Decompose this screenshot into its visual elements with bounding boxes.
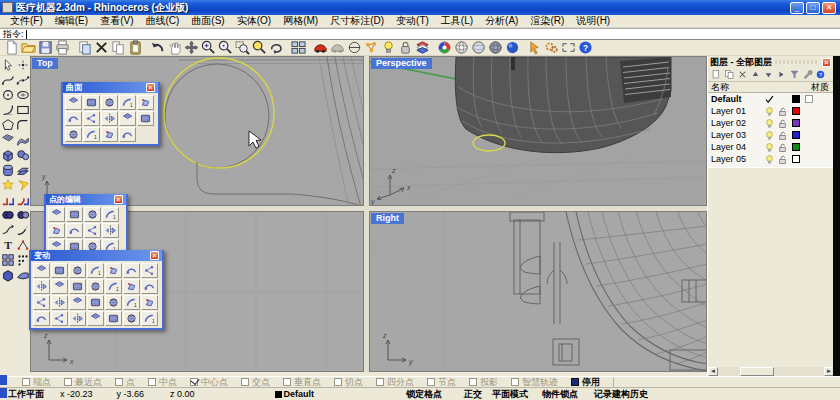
menu-item[interactable]: 变动(T): [390, 14, 435, 28]
rail-revolve-icon[interactable]: 1: [83, 127, 100, 142]
flow-along-curve-icon[interactable]: 1: [123, 295, 140, 310]
layer-color-swatch[interactable]: [789, 107, 802, 115]
array-along-curve-icon[interactable]: [87, 279, 104, 294]
osnap-checkbox[interactable]: [427, 378, 435, 386]
arc-icon[interactable]: [0, 102, 15, 117]
project-icon[interactable]: [69, 311, 86, 326]
print-icon[interactable]: [54, 40, 71, 55]
menu-item[interactable]: 查看(V): [94, 14, 139, 28]
osnap-checkbox[interactable]: [511, 378, 519, 386]
hide-car-icon[interactable]: [329, 40, 346, 55]
menu-item[interactable]: 网格(M): [277, 14, 324, 28]
menu-item[interactable]: 曲面(S): [185, 14, 230, 28]
close-icon[interactable]: ✕: [146, 83, 155, 92]
status-item-7[interactable]: 正交: [464, 388, 482, 400]
osnap-checkbox[interactable]: [571, 378, 579, 386]
move-icon[interactable]: [33, 263, 50, 278]
control-points-on-icon[interactable]: [48, 207, 65, 222]
surface-loft-icon[interactable]: [15, 132, 30, 147]
rebuild-icon[interactable]: [84, 223, 101, 238]
chamfer-icon[interactable]: [15, 192, 30, 207]
viewport-perspective-label[interactable]: Perspective: [371, 58, 432, 69]
menu-item[interactable]: 分析(A): [479, 14, 524, 28]
pan-view-icon[interactable]: [166, 40, 183, 55]
help-icon[interactable]: ?: [577, 40, 594, 55]
status-item-4[interactable]: z 0.00: [170, 389, 195, 399]
status-item-5[interactable]: Default: [275, 389, 315, 399]
delete-icon[interactable]: [93, 40, 110, 55]
solid-edit-icon[interactable]: [0, 267, 15, 282]
shear-icon[interactable]: [87, 295, 104, 310]
point-edit-palette[interactable]: 点的编辑 ✕ 11: [44, 194, 128, 258]
minimize-button[interactable]: _: [790, 2, 804, 14]
named-view-car-icon[interactable]: [312, 40, 329, 55]
menu-item[interactable]: 文件(F): [4, 14, 49, 28]
layer-visibility-icon[interactable]: [763, 118, 776, 129]
remap-cplane-icon[interactable]: [87, 311, 104, 326]
close-icon[interactable]: ✕: [114, 195, 123, 204]
osnap-checkbox[interactable]: [22, 378, 30, 386]
layer-color-swatch[interactable]: [789, 143, 802, 151]
drape-surface-icon[interactable]: [101, 111, 118, 126]
zoom-window-icon[interactable]: [234, 40, 251, 55]
surface-palette-titlebar[interactable]: 曲面 ✕: [63, 82, 158, 93]
circle-icon[interactable]: [0, 87, 15, 102]
sweep-patch-icon[interactable]: [65, 111, 82, 126]
layer-visibility-icon[interactable]: [763, 154, 776, 165]
status-item-3[interactable]: y -3.66: [117, 389, 145, 399]
rotate-3d-icon[interactable]: 1: [87, 263, 104, 278]
save-file-icon[interactable]: [37, 40, 54, 55]
osnap-checkbox[interactable]: [469, 378, 477, 386]
trim-icon[interactable]: [15, 177, 30, 192]
osnap-checkbox[interactable]: [190, 378, 198, 386]
flow-along-surface-icon[interactable]: [105, 311, 122, 326]
fillet-surface-2-icon[interactable]: [137, 111, 154, 126]
open-file-icon[interactable]: [20, 40, 37, 55]
surface-corner-points-icon[interactable]: 1: [119, 95, 136, 110]
new-sublayer-icon[interactable]: [723, 69, 735, 81]
rotate-icon[interactable]: [69, 263, 86, 278]
menu-item[interactable]: 说明(H): [570, 14, 616, 28]
layer-color-swatch[interactable]: [789, 131, 802, 139]
viewport-perspective[interactable]: Perspective: [369, 56, 707, 206]
lock-icon[interactable]: [397, 40, 414, 55]
copy-icon[interactable]: [51, 263, 68, 278]
menu-item[interactable]: 尺寸标注(D): [324, 14, 390, 28]
status-item-6[interactable]: 锁定格点: [406, 388, 442, 400]
copy-icon[interactable]: [110, 40, 127, 55]
light-bulb-icon[interactable]: [380, 40, 397, 55]
scroll-thumb[interactable]: [740, 367, 774, 376]
curve-icon[interactable]: [0, 72, 15, 87]
layer-row[interactable]: Layer 02: [708, 117, 833, 129]
surface-edit-icon[interactable]: [15, 267, 30, 282]
scroll-left-icon[interactable]: ◄: [708, 367, 718, 376]
taper-icon[interactable]: [69, 295, 86, 310]
status-item-9[interactable]: 物件锁点: [542, 388, 578, 400]
command-bar[interactable]: 指令:: [0, 28, 840, 40]
surface-palette[interactable]: 曲面 ✕ 11: [61, 82, 160, 146]
single-point-icon[interactable]: [15, 57, 30, 72]
move-uvn-icon[interactable]: [48, 223, 65, 238]
layer-row[interactable]: Layer 04: [708, 141, 833, 153]
set-points-icon[interactable]: [141, 279, 158, 294]
layer-lock-icon[interactable]: [776, 154, 789, 165]
status-item-1[interactable]: 工作平面: [8, 388, 44, 400]
insert-knot-icon[interactable]: [84, 207, 101, 222]
fillet-corner-icon[interactable]: [15, 117, 30, 132]
picture-frame-icon[interactable]: [101, 127, 118, 142]
orient-icon[interactable]: [69, 279, 86, 294]
fillet-icon[interactable]: [0, 192, 15, 207]
close-icon[interactable]: ✕: [822, 58, 831, 67]
match-layer-icon[interactable]: [775, 69, 787, 81]
layer-row[interactable]: Layer 01: [708, 105, 833, 117]
block-icon[interactable]: [0, 252, 15, 267]
scale-icon[interactable]: [105, 263, 122, 278]
color-wheel-icon[interactable]: [436, 40, 453, 55]
shade-rendered-icon[interactable]: [504, 40, 521, 55]
text-tool-icon[interactable]: T: [0, 237, 15, 252]
osnap-checkbox[interactable]: [64, 378, 72, 386]
new-layer-icon[interactable]: [710, 69, 722, 81]
status-item-10[interactable]: 记录建构历史: [594, 388, 648, 400]
array-icon[interactable]: [15, 252, 30, 267]
move-layer-up-icon[interactable]: [749, 69, 761, 81]
